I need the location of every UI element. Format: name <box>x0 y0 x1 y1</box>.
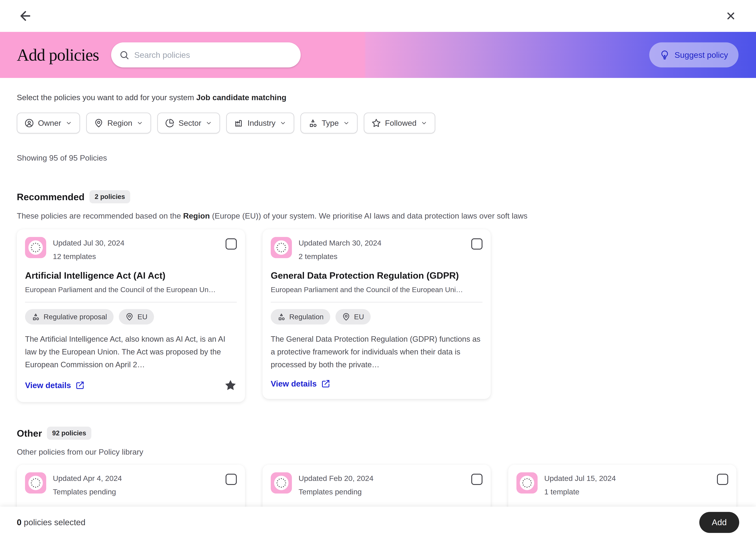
back-button[interactable] <box>18 9 32 23</box>
updated-label: Updated March 30, 2024 <box>299 239 381 247</box>
recommended-desc-before: These policies are recommended based on … <box>17 211 183 220</box>
filter-industry[interactable]: Industry <box>226 113 294 134</box>
arrow-left-icon <box>18 9 32 23</box>
type-tag-label: Regulation <box>289 313 324 321</box>
templates-label: 1 template <box>544 488 616 496</box>
chevron-down-icon <box>343 120 350 127</box>
policy-tags: Regulative proposal EU <box>25 309 237 325</box>
templates-label: Templates pending <box>299 488 373 496</box>
map-pin-icon <box>94 119 103 128</box>
templates-label: 12 templates <box>53 252 124 261</box>
view-details-label: View details <box>25 381 71 390</box>
results-summary: Showing 95 of 95 Policies <box>17 153 739 163</box>
suggest-policy-label: Suggest policy <box>675 50 728 60</box>
recommended-title: Recommended <box>17 191 84 202</box>
updated-label: Updated Feb 20, 2024 <box>299 474 373 483</box>
policy-checkbox[interactable] <box>471 474 483 485</box>
eu-policy-icon <box>25 472 46 494</box>
recommended-description: These policies are recommended based on … <box>17 211 739 221</box>
filter-owner-label: Owner <box>38 119 61 128</box>
updated-label: Updated Apr 4, 2024 <box>53 474 122 483</box>
view-details-label: View details <box>271 379 317 389</box>
updated-label: Updated Jul 15, 2024 <box>544 474 616 483</box>
hierarchy-shapes-icon <box>277 313 285 321</box>
external-link-icon <box>75 381 84 390</box>
filter-bar: Owner Region Sector Industry Type <box>17 113 739 134</box>
filter-region[interactable]: Region <box>86 113 151 134</box>
view-details-link[interactable]: View details <box>25 381 84 390</box>
region-tag: EU <box>119 309 154 325</box>
add-button[interactable]: Add <box>699 512 739 533</box>
policy-checkbox[interactable] <box>717 474 728 485</box>
close-button[interactable] <box>725 10 736 22</box>
chevron-down-icon <box>66 120 72 127</box>
filter-industry-label: Industry <box>248 119 275 128</box>
templates-label: 2 templates <box>299 252 381 261</box>
filter-sector-label: Sector <box>178 119 201 128</box>
eu-policy-icon <box>25 237 46 258</box>
search-input[interactable] <box>134 50 297 60</box>
policy-title: Artificial Intelligence Act (AI Act) <box>25 270 237 281</box>
updated-label: Updated Jul 30, 2024 <box>53 239 124 247</box>
filter-followed-label: Followed <box>385 119 416 128</box>
close-icon <box>725 10 736 22</box>
user-icon <box>25 119 34 128</box>
filter-region-label: Region <box>108 119 132 128</box>
hierarchy-shapes-icon <box>308 119 317 128</box>
templates-label: Templates pending <box>53 488 122 496</box>
chevron-down-icon <box>206 120 212 127</box>
policy-checkbox[interactable] <box>225 238 237 249</box>
policy-description: The General Data Protection Regulation (… <box>271 333 483 371</box>
policy-checkbox[interactable] <box>471 238 483 249</box>
external-link-icon <box>321 379 330 388</box>
filter-followed[interactable]: Followed <box>364 113 435 134</box>
eu-policy-icon <box>271 237 292 258</box>
factory-icon <box>234 119 243 128</box>
other-subtitle: Other policies from our Policy library <box>17 448 739 457</box>
other-title: Other <box>17 428 42 439</box>
filter-owner[interactable]: Owner <box>17 113 80 134</box>
map-pin-icon <box>125 313 133 321</box>
selected-count-text: 0 policies selected <box>17 517 85 527</box>
type-tag: Regulative proposal <box>25 309 114 325</box>
system-name: Job candidate matching <box>196 93 286 102</box>
followed-star-icon[interactable] <box>224 379 237 392</box>
search-box[interactable] <box>111 42 301 68</box>
add-policies-dialog: Add policies Suggest policy Select the p… <box>0 0 756 538</box>
policy-checkbox[interactable] <box>225 474 237 485</box>
add-button-label: Add <box>712 517 727 527</box>
recommended-count-badge: 2 policies <box>89 190 130 203</box>
star-icon <box>372 119 381 128</box>
page-title: Add policies <box>17 45 99 65</box>
region-tag-label: EU <box>137 313 147 321</box>
selection-footer: 0 policies selected Add <box>0 507 756 538</box>
filter-sector[interactable]: Sector <box>157 113 220 134</box>
filter-type-label: Type <box>322 119 339 128</box>
filter-type[interactable]: Type <box>301 113 357 134</box>
header-banner: Add policies Suggest policy <box>0 32 756 78</box>
suggest-policy-button[interactable]: Suggest policy <box>649 42 738 68</box>
type-tag: Regulation <box>271 309 330 325</box>
other-count-badge: 92 policies <box>47 427 91 440</box>
chevron-down-icon <box>280 120 286 127</box>
policy-organisation: European Parliament and the Council of t… <box>25 286 237 294</box>
eu-policy-icon <box>271 472 292 494</box>
lightbulb-icon <box>660 50 670 60</box>
hierarchy-shapes-icon <box>32 313 40 321</box>
eu-policy-icon <box>516 472 538 494</box>
policy-card-gdpr: Updated March 30, 2024 2 templates Gener… <box>262 229 491 399</box>
window-topbar <box>0 0 756 32</box>
search-icon <box>119 50 129 60</box>
policy-tags: Regulation EU <box>271 309 483 325</box>
recommended-desc-after: (Europe (EU)) of your system. We priorit… <box>210 211 528 220</box>
chevron-down-icon <box>421 120 427 127</box>
view-details-link[interactable]: View details <box>271 379 330 389</box>
policy-card-ai-act: Updated Jul 30, 2024 12 templates Artifi… <box>17 229 245 402</box>
pie-chart-icon <box>165 119 174 128</box>
other-section-header: Other 92 policies <box>17 427 739 440</box>
region-tag: EU <box>336 309 371 325</box>
main-content: Select the policies you want to add for … <box>0 93 756 538</box>
region-tag-label: EU <box>354 313 364 321</box>
map-pin-icon <box>342 313 350 321</box>
selected-count: 0 <box>17 518 22 527</box>
